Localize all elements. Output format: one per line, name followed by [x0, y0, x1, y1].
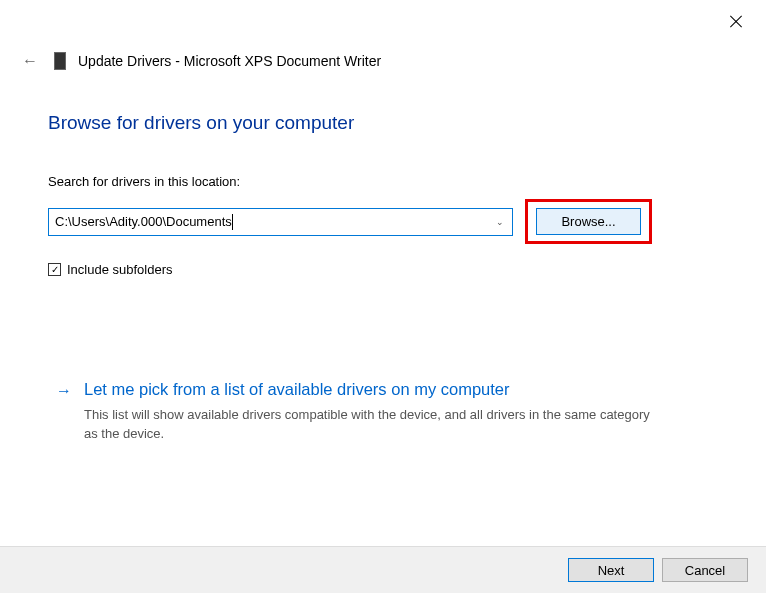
option-description: This list will show available drivers co…	[84, 406, 664, 444]
option-title: Let me pick from a list of available dri…	[84, 380, 510, 399]
search-location-label: Search for drivers in this location:	[48, 174, 718, 189]
window-title: Update Drivers - Microsoft XPS Document …	[78, 53, 381, 69]
page-heading: Browse for drivers on your computer	[48, 112, 718, 134]
close-icon[interactable]	[728, 14, 744, 30]
checkbox-icon: ✓	[48, 263, 61, 276]
header: ← Update Drivers - Microsoft XPS Documen…	[22, 52, 381, 70]
footer: Next Cancel	[0, 546, 766, 593]
text-cursor	[232, 214, 233, 230]
path-value: C:\Users\Adity.000\Documents	[55, 214, 232, 229]
printer-icon	[54, 52, 66, 70]
chevron-down-icon[interactable]: ⌄	[496, 217, 504, 227]
pick-from-list-option[interactable]: → Let me pick from a list of available d…	[56, 380, 706, 444]
cancel-button[interactable]: Cancel	[662, 558, 748, 582]
arrow-right-icon: →	[56, 382, 72, 400]
include-subfolders-label: Include subfolders	[67, 262, 173, 277]
browse-button[interactable]: Browse...	[536, 208, 641, 235]
back-arrow-icon[interactable]: ←	[22, 52, 38, 70]
next-button[interactable]: Next	[568, 558, 654, 582]
path-combobox[interactable]: C:\Users\Adity.000\Documents ⌄	[48, 208, 513, 236]
include-subfolders-checkbox[interactable]: ✓ Include subfolders	[48, 262, 718, 277]
browse-highlight: Browse...	[525, 199, 652, 244]
